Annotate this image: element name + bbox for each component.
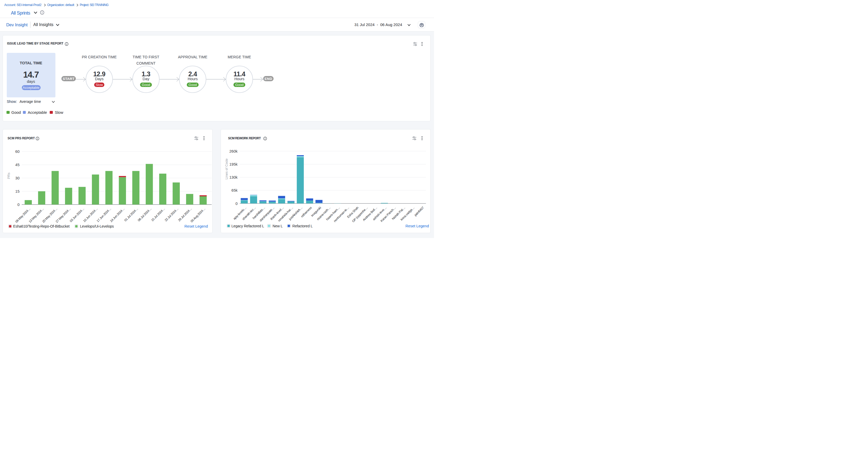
svg-text:Reset Legend: Reset Legend bbox=[405, 224, 429, 228]
svg-text:TIME TO FIRST: TIME TO FIRST bbox=[132, 55, 159, 59]
svg-text:12.9: 12.9 bbox=[93, 70, 105, 77]
svg-text:22 Jul 2024…: 22 Jul 2024… bbox=[164, 207, 179, 222]
svg-text:0: 0 bbox=[17, 202, 19, 207]
svg-text:24 Jun 2024…: 24 Jun 2024… bbox=[109, 207, 125, 222]
svg-text:jatin6407: jatin6407 bbox=[413, 206, 425, 217]
svg-text:45: 45 bbox=[15, 163, 19, 167]
svg-text:New L: New L bbox=[272, 224, 283, 228]
svg-text:15: 15 bbox=[15, 189, 19, 193]
svg-text:1.3: 1.3 bbox=[142, 70, 150, 77]
svg-text:65k: 65k bbox=[231, 188, 238, 192]
svg-text:Refactored L: Refactored L bbox=[292, 224, 312, 228]
svg-text:Reset Legend: Reset Legend bbox=[184, 224, 208, 228]
svg-text:15 Jul 2024…: 15 Jul 2024… bbox=[150, 207, 165, 222]
svg-text:Day: Day bbox=[143, 77, 150, 81]
svg-text:Lines of Code: Lines of Code bbox=[224, 158, 228, 179]
svg-text:Good: Good bbox=[142, 83, 150, 87]
svg-text:Levelops/Ui-Levelops: Levelops/Ui-Levelops bbox=[80, 224, 114, 228]
svg-text:COMMENT: COMMENT bbox=[136, 61, 156, 65]
svg-text:30: 30 bbox=[15, 176, 19, 180]
svg-text:Esha610/Testing-Repo-Of-Bitbuc: Esha610/Testing-Repo-Of-Bitbucket bbox=[13, 224, 69, 228]
svg-text:60: 60 bbox=[15, 149, 19, 154]
svg-text:Days: Days bbox=[95, 77, 103, 81]
svg-text:Good: Good bbox=[235, 83, 244, 87]
svg-text:PRs: PRs bbox=[7, 172, 11, 179]
svg-text:0: 0 bbox=[235, 201, 237, 205]
svg-text:END: END bbox=[265, 77, 272, 81]
svg-text:01 Jul 2024…: 01 Jul 2024… bbox=[123, 207, 138, 222]
svg-text:APPROVAL TIME: APPROVAL TIME bbox=[178, 55, 207, 59]
svg-text:START: START bbox=[63, 77, 75, 81]
svg-text:PR CREATION TIME: PR CREATION TIME bbox=[82, 55, 117, 59]
svg-text:Hours: Hours bbox=[234, 77, 244, 81]
svg-text:11.4: 11.4 bbox=[234, 70, 245, 77]
svg-text:Legacy Refactored L: Legacy Refactored L bbox=[231, 224, 264, 228]
svg-text:130k: 130k bbox=[229, 175, 238, 179]
svg-text:195k: 195k bbox=[229, 162, 238, 166]
svg-text:08 Jul 2024…: 08 Jul 2024… bbox=[137, 207, 152, 222]
svg-text:260k: 260k bbox=[229, 149, 238, 153]
svg-text:Hours: Hours bbox=[188, 77, 198, 81]
svg-text:Slow: Slow bbox=[95, 83, 103, 87]
svg-text:Good: Good bbox=[188, 83, 197, 87]
svg-text:MERGE TIME: MERGE TIME bbox=[228, 55, 251, 59]
svg-text:2.4: 2.4 bbox=[188, 70, 197, 77]
